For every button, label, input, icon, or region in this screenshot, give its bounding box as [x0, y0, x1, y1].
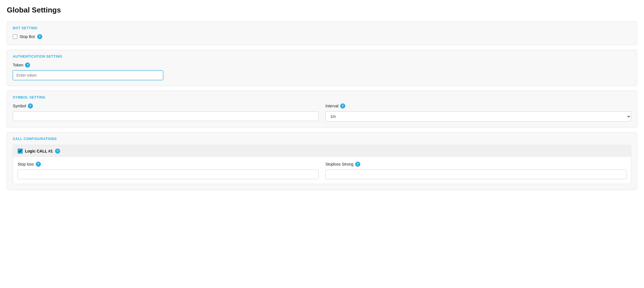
- bot-setting-section: BOT SETTING Stop Bot ?: [7, 21, 637, 45]
- auth-setting-section: AUTHENTICATION SETTING Token ?: [7, 50, 637, 86]
- stop-loss-help-icon[interactable]: ?: [36, 162, 41, 167]
- logic-call-1-header: Logic CALL #1 ?: [13, 145, 631, 157]
- logic-call-1-help-icon[interactable]: ?: [55, 149, 60, 154]
- stop-bot-label: Stop Bot: [20, 34, 35, 39]
- symbol-setting-title: SYMBOL SETTING: [13, 95, 631, 99]
- call-configurations-section: CALL CONFIGURATIONS Logic CALL #1 ? Stop…: [7, 132, 637, 190]
- token-label: Token: [13, 63, 23, 67]
- logic-call-1-checkbox[interactable]: [18, 149, 23, 154]
- symbol-label: Symbol: [13, 104, 26, 108]
- symbol-field-row: Symbol ? ESZ2 Interval ? 1m 5m 15m 30m 1…: [13, 103, 631, 122]
- bot-setting-title: BOT SETTING: [13, 26, 631, 30]
- stop-loss-input[interactable]: 3: [18, 170, 319, 179]
- stoploss-strong-input[interactable]: 3.5: [325, 170, 626, 179]
- stop-bot-help-icon[interactable]: ?: [37, 34, 42, 39]
- token-help-icon[interactable]: ?: [25, 62, 30, 68]
- symbol-help-icon[interactable]: ?: [28, 103, 33, 108]
- interval-field-group: Interval ? 1m 5m 15m 30m 1h 4h 1d: [325, 103, 631, 122]
- call-configurations-title: CALL CONFIGURATIONS: [13, 137, 631, 141]
- token-label-row: Token ?: [13, 62, 631, 68]
- symbol-setting-section: SYMBOL SETTING Symbol ? ESZ2 Interval ? …: [7, 91, 637, 128]
- stoploss-strong-field-group: Stoploss Strong ? 3.5: [325, 162, 626, 179]
- stop-loss-field-group: Stop loss ? 3: [18, 162, 319, 179]
- page-title: Global Settings: [7, 6, 637, 14]
- stop-bot-row: Stop Bot ?: [13, 34, 631, 39]
- logic-call-1-body: Stop loss ? 3 Stoploss Strong ? 3.5: [13, 157, 631, 184]
- interval-help-icon[interactable]: ?: [340, 103, 345, 108]
- stop-bot-checkbox[interactable]: [13, 34, 17, 39]
- stoploss-field-row: Stop loss ? 3 Stoploss Strong ? 3.5: [18, 162, 626, 179]
- token-input[interactable]: [13, 70, 163, 80]
- interval-label: Interval: [325, 104, 338, 108]
- symbol-input[interactable]: ESZ2: [13, 111, 319, 121]
- stop-loss-label: Stop loss: [18, 162, 34, 166]
- stop-loss-label-row: Stop loss ?: [18, 162, 319, 167]
- symbol-label-row: Symbol ?: [13, 103, 319, 108]
- auth-setting-title: AUTHENTICATION SETTING: [13, 55, 631, 59]
- stoploss-strong-label: Stoploss Strong: [325, 162, 353, 166]
- interval-select[interactable]: 1m 5m 15m 30m 1h 4h 1d: [325, 111, 631, 122]
- interval-label-row: Interval ?: [325, 103, 631, 108]
- logic-call-1-title: Logic CALL #1: [25, 149, 53, 153]
- symbol-field-group: Symbol ? ESZ2: [13, 103, 319, 122]
- stoploss-strong-help-icon[interactable]: ?: [355, 162, 360, 167]
- stoploss-strong-label-row: Stoploss Strong ?: [325, 162, 626, 167]
- token-field-group: Token ?: [13, 62, 631, 80]
- logic-call-1-header-left: Logic CALL #1 ?: [18, 149, 60, 154]
- logic-call-1-card: Logic CALL #1 ? Stop loss ? 3 Stoploss S…: [13, 145, 631, 184]
